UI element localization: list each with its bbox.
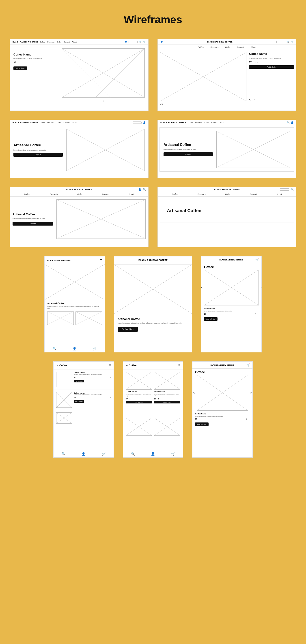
coffee-name-2: Coffee Name: [249, 52, 294, 56]
qty-arr-12: ⌄: [248, 418, 250, 420]
person-icon-mobile-7[interactable]: 👤: [73, 347, 76, 350]
next-arrow-9[interactable]: >: [260, 286, 262, 289]
nav-icons-3: 👤: [133, 121, 146, 124]
nav-o4[interactable]: Order: [204, 122, 209, 124]
add-order-9[interactable]: Add to Order: [204, 317, 217, 321]
nav-d4[interactable]: Desserts: [195, 122, 202, 124]
search-icon-mobile-10[interactable]: 🔍: [62, 452, 65, 456]
qty-stepper-2[interactable]: 1 ⌄: [255, 61, 258, 63]
grid-img-11-2: [154, 372, 180, 390]
lorem-9: Lorem ipsum dolor sit amet, consectetuer…: [204, 310, 259, 312]
nav-about-1[interactable]: About: [72, 41, 77, 43]
search-bar-2[interactable]: [276, 41, 285, 43]
nav-contact-1[interactable]: Contact: [63, 41, 70, 43]
next-arrow-2[interactable]: >: [253, 98, 254, 101]
nav-about-2[interactable]: About: [251, 46, 256, 48]
prev-arrow-2[interactable]: <: [249, 98, 251, 101]
search-bar-1[interactable]: [129, 41, 138, 43]
add-to-order-btn-1[interactable]: Add to Order: [14, 66, 27, 70]
nav-o3[interactable]: Order: [57, 122, 61, 124]
cart-icon-1[interactable]: 🛒: [143, 41, 146, 43]
person-icon-mobile-10[interactable]: 👤: [82, 452, 85, 456]
search-icon-1[interactable]: 🔍: [139, 41, 142, 43]
item-btn-10-1[interactable]: Add to Order: [74, 380, 84, 382]
grid-btn-11-2[interactable]: Add to Order: [154, 401, 180, 404]
nav-ct5[interactable]: Contact: [102, 193, 109, 195]
search-bar-6[interactable]: [280, 188, 289, 191]
x-svg-2: [160, 52, 246, 101]
nav-order-1[interactable]: Order: [57, 41, 61, 43]
nav-a3[interactable]: About: [72, 122, 77, 124]
product-info-2: Coffee Name Lorem ipsum dolor sit amet, …: [249, 52, 294, 101]
nav-c5[interactable]: Coffee: [24, 193, 30, 195]
nav-o6[interactable]: Order: [225, 193, 230, 195]
next-arrow-12[interactable]: >: [250, 391, 252, 394]
cart-icon-mobile-10[interactable]: 🛒: [102, 452, 106, 456]
hamburger-icon-7[interactable]: ≡: [100, 258, 102, 262]
prev-arrow-12[interactable]: <: [193, 391, 195, 394]
explore-btn-3[interactable]: Explore: [14, 153, 63, 157]
explore-more-btn-8[interactable]: Explore More: [118, 327, 138, 332]
search-icon-4[interactable]: 🔍: [287, 121, 289, 124]
cart-icon-mobile-11[interactable]: 🛒: [171, 452, 175, 456]
hero-img-box-4: [216, 131, 290, 168]
search-icon-mobile-7[interactable]: 🔍: [53, 347, 57, 350]
hero-5: Artisanal Coffee Lorem ipsum dolor sit a…: [10, 197, 148, 242]
nav-desserts-1[interactable]: Desserts: [47, 41, 55, 43]
back-coffee-10[interactable]: ← Coffee: [56, 364, 67, 367]
cart-icon-mobile-7[interactable]: 🛒: [93, 347, 97, 350]
thumb-x-2: [76, 312, 102, 325]
nav-a5[interactable]: About: [129, 193, 134, 195]
back-arrow-12[interactable]: ←: [195, 364, 198, 366]
explore-btn-4[interactable]: Explore: [164, 152, 213, 156]
qty-9[interactable]: 1 ⌄: [255, 313, 259, 315]
qty-stepper-1[interactable]: 1 ⌄: [20, 62, 23, 64]
hamburger-10[interactable]: ≡: [109, 364, 111, 368]
search-icon-2[interactable]: 🔍: [287, 41, 289, 43]
wireframe-9: ← BLACK RAINBOW COFFEE 🛒 Coffee < > Coff…: [201, 256, 262, 352]
back-arrow-9[interactable]: ←: [204, 258, 207, 261]
back-coffee-11[interactable]: ← Coffee: [126, 364, 136, 367]
grid-btn-11-1[interactable]: Add to Order: [126, 401, 152, 404]
nav-ct6[interactable]: Contact: [250, 193, 257, 195]
nav-a4[interactable]: About: [220, 122, 224, 124]
nav-d6[interactable]: Desserts: [198, 193, 206, 195]
person-icon-1: 👤: [125, 41, 127, 43]
cart-icon-2[interactable]: 🛒: [291, 41, 293, 43]
nav-a6[interactable]: About: [277, 193, 282, 195]
nav-bar-1: BLACK RAINBOW COFFEE Coffee Desserts Ord…: [10, 40, 148, 45]
item-btn-10-2[interactable]: Add to Order: [74, 400, 84, 403]
list-item-10-1: Coffee Name Lorem ipsum dolor sit amet, …: [54, 370, 114, 390]
nav-d5[interactable]: Desserts: [50, 193, 58, 195]
nav-order-2[interactable]: Order: [225, 46, 230, 48]
x-lines-1: [62, 48, 144, 97]
nav-c4[interactable]: Coffee: [188, 122, 193, 124]
nav-desserts-2[interactable]: Desserts: [211, 46, 219, 48]
add-to-order-btn-2[interactable]: Add to Order: [249, 65, 294, 69]
nav-coffee-2[interactable]: Coffee: [198, 46, 204, 48]
qty-12[interactable]: 1 ⌄: [246, 418, 250, 420]
search-icon-5[interactable]: 🔍: [143, 188, 146, 191]
hamburger-11[interactable]: ≡: [178, 364, 180, 368]
nav-ct4[interactable]: Contact: [211, 122, 217, 124]
nav-ct3[interactable]: Contact: [63, 122, 70, 124]
search-icon-6[interactable]: 🔍: [291, 188, 293, 191]
nav-coffee-1[interactable]: Coffee: [40, 41, 45, 43]
prev-arrow-9[interactable]: <: [201, 286, 203, 289]
brand-2: BLACK RAINBOW COFFEE: [207, 41, 232, 43]
nav-d3[interactable]: Desserts: [47, 122, 55, 124]
item-info-10-2: Coffee Name Lorem ipsum dolor sit amet, …: [74, 392, 111, 408]
search-icon-mobile-11[interactable]: 🔍: [131, 452, 135, 456]
explore-btn-5[interactable]: Explore: [13, 222, 53, 226]
nav-c3[interactable]: Coffee: [40, 122, 45, 124]
cart-icon-9[interactable]: 🛒: [255, 258, 259, 261]
add-order-12[interactable]: Add to Order: [195, 422, 209, 426]
grid-img-11-1: [126, 372, 152, 390]
search-bar-3[interactable]: [133, 122, 142, 124]
cart-icon-12[interactable]: 🛒: [246, 364, 250, 366]
nav-c6[interactable]: Coffee: [172, 193, 178, 195]
grid-lorem-11-1: Lorem ipsum dolor sit amet, consec-tetue…: [126, 394, 152, 397]
nav-o5[interactable]: Order: [77, 193, 82, 195]
nav-contact-2[interactable]: Contact: [237, 46, 244, 48]
person-icon-mobile-11[interactable]: 👤: [151, 452, 155, 456]
